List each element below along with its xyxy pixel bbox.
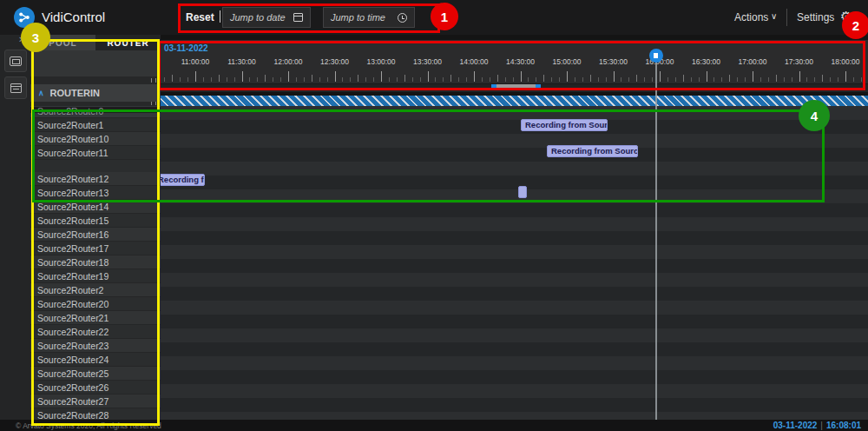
recording-block[interactable]: Recording from Source2R... <box>547 145 638 157</box>
ruler-tick <box>474 71 475 82</box>
tab-router[interactable]: ROUTER <box>95 35 161 50</box>
ruler-tick <box>768 77 769 82</box>
hatched-selected-row-band <box>161 96 868 106</box>
status-clock: 03-11-2022|16:08:01 <box>773 421 861 430</box>
ruler-tick <box>373 77 374 82</box>
router-list-item[interactable]: Source2Router15 <box>30 214 161 228</box>
ruler-tick <box>628 77 629 82</box>
ruler-tick <box>760 77 761 82</box>
ruler-tick <box>342 77 343 82</box>
ruler-tick <box>713 77 714 82</box>
ruler-tick <box>350 77 351 82</box>
ruler-time-label: 13:00:00 <box>355 57 407 66</box>
ruler-time-label: 15:00:00 <box>541 57 593 66</box>
chevron-down-icon[interactable]: ∨ <box>771 11 777 21</box>
ruler-tick <box>273 77 273 82</box>
recording-block[interactable]: Recording from Source2... <box>521 119 608 131</box>
router-list-item[interactable]: Source2Router2 <box>30 283 161 297</box>
ruler-time-label: 16:30:00 <box>681 57 733 66</box>
recording-block[interactable] <box>518 186 527 198</box>
ruler-tick <box>636 75 637 82</box>
recording-block[interactable]: Recording from Source2... <box>161 174 205 186</box>
router-list-item[interactable]: Source2Router26 <box>30 381 161 395</box>
router-list-item[interactable]: Source2Router24 <box>30 353 161 367</box>
group-header-label: ROUTERIN <box>50 88 100 98</box>
router-list-item[interactable]: Source2Router20 <box>30 297 161 311</box>
ruler-tick <box>721 77 722 82</box>
ruler-tick <box>428 71 429 82</box>
timeline-area: 03-11-2022 11:00:0011:30:0012:00:0012:30… <box>161 35 868 420</box>
status-time: 16:08:01 <box>826 421 861 430</box>
selection-right-handle[interactable] <box>536 84 541 90</box>
ruler-tick <box>482 77 483 82</box>
router-list-item[interactable]: Source2Router27 <box>30 395 161 408</box>
router-list-item[interactable]: Source2Router17 <box>30 242 161 255</box>
router-list-item[interactable]: Source2Router18 <box>30 255 161 269</box>
playhead-line <box>655 63 657 420</box>
status-separator: | <box>817 421 826 430</box>
ruler-tick <box>195 71 196 82</box>
router-list-item[interactable]: Source2Router22 <box>30 325 161 339</box>
ruler-tick <box>536 77 536 82</box>
monitor-icon <box>10 56 22 66</box>
group-header-routerin[interactable]: ∧ ROUTERIN <box>30 84 161 102</box>
ruler-tick <box>505 77 506 82</box>
ruler-tick <box>845 71 846 82</box>
ruler-tick <box>172 75 173 82</box>
selection-left-handle[interactable] <box>491 84 496 90</box>
ruler-tick <box>699 77 700 82</box>
ruler-time-label: 15:30:00 <box>588 57 640 66</box>
ruler-tick <box>234 77 235 82</box>
ruler-tick <box>753 71 753 82</box>
router-list-item[interactable]: Source2Router1 <box>30 118 161 132</box>
ruler-tick <box>249 77 250 82</box>
ruler-tick <box>567 71 568 82</box>
ruler-tick <box>830 77 831 82</box>
reset-button[interactable]: Reset <box>186 11 214 23</box>
ruler-tick <box>358 75 358 82</box>
ruler-tick <box>621 77 621 82</box>
jump-to-time-input[interactable]: Jump to time <box>323 7 415 28</box>
router-list-item[interactable]: Source2Router16 <box>30 228 161 242</box>
actions-menu-button[interactable]: Actions <box>734 11 768 23</box>
ruler-tick <box>304 77 305 82</box>
router-list-item[interactable]: Source2Router11 <box>30 146 161 160</box>
schedule-panel-button[interactable] <box>4 76 27 99</box>
router-list-item[interactable]: Source2Router25 <box>30 367 161 381</box>
ruler-time-label: 11:30:00 <box>216 57 268 66</box>
router-list-item[interactable]: Source2Router13 <box>30 186 161 200</box>
ruler-time-label: 14:30:00 <box>495 57 547 66</box>
ruler-tick <box>404 75 405 82</box>
sidebar-scroll-strip-top[interactable] <box>30 76 161 84</box>
status-bar: © Arvato Systems 2020, All Rights Reserv… <box>0 420 868 431</box>
ruler-tick <box>799 71 800 82</box>
sidebar-scroll-strip-bottom[interactable] <box>30 102 161 106</box>
settings-button[interactable]: Settings <box>797 11 834 23</box>
clock-icon[interactable] <box>398 13 407 23</box>
router-list-item[interactable]: Source2Router19 <box>30 269 161 283</box>
router-list-item[interactable]: Source2Router28 <box>30 408 161 420</box>
sidebar-empty-panel <box>30 50 161 76</box>
ruler-tick <box>187 77 188 82</box>
router-list-item[interactable]: Source2Router14 <box>30 200 161 214</box>
ruler-tick <box>219 75 220 82</box>
jump-to-time-placeholder: Jump to time <box>331 12 398 23</box>
ruler-selection-bar[interactable] <box>491 84 541 90</box>
router-list-item[interactable]: Source2Router12 <box>30 172 161 186</box>
chevron-up-icon[interactable]: ∧ <box>38 89 44 97</box>
ruler-tick <box>861 77 862 82</box>
router-list-item[interactable]: Source2Router0 <box>30 104 161 118</box>
timeline-row-stripes[interactable] <box>161 106 868 420</box>
ruler-time-label: 17:00:00 <box>727 57 779 66</box>
router-list-item[interactable]: Source2Router10 <box>30 132 161 146</box>
ruler-tick <box>458 77 459 82</box>
ruler-tick <box>838 77 838 82</box>
calendar-icon[interactable] <box>293 13 303 22</box>
ruler-tick <box>420 77 421 82</box>
channels-panel-button[interactable] <box>4 50 27 72</box>
router-list-item[interactable]: Source2Router21 <box>30 311 161 325</box>
router-list-item[interactable]: Source2Router23 <box>30 339 161 353</box>
jump-to-date-input[interactable]: Jump to date <box>222 7 311 28</box>
ruler-time-label: 12:00:00 <box>262 57 314 66</box>
playhead-marker-icon[interactable] <box>649 49 663 63</box>
